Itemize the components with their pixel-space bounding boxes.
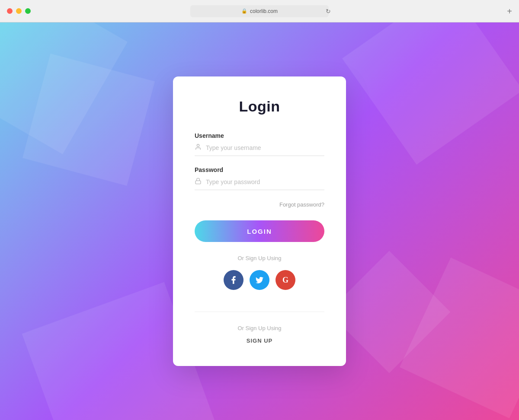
main-background: Login Username Password — [0, 22, 519, 420]
username-input-wrapper — [195, 143, 324, 156]
lock-icon — [195, 178, 202, 186]
close-button[interactable] — [7, 8, 13, 14]
signup-using-text: Or Sign Up Using — [195, 325, 324, 331]
username-label: Username — [195, 132, 324, 139]
social-buttons: G — [195, 270, 324, 290]
user-icon — [195, 143, 202, 152]
svg-rect-1 — [195, 181, 201, 184]
login-card: Login Username Password — [173, 76, 346, 366]
twitter-button[interactable] — [250, 270, 269, 290]
signup-link[interactable]: SIGN UP — [247, 337, 272, 344]
traffic-lights — [7, 8, 31, 14]
signup-section: Or Sign Up Using SIGN UP — [195, 312, 324, 344]
maximize-button[interactable] — [25, 8, 31, 14]
google-button[interactable]: G — [276, 270, 295, 290]
password-input-wrapper — [195, 178, 324, 190]
minimize-button[interactable] — [16, 8, 22, 14]
password-group: Password — [195, 166, 324, 190]
bg-shape-4 — [342, 22, 519, 165]
browser-chrome: 🔒 colorlib.com ↻ + — [0, 0, 519, 22]
username-group: Username — [195, 132, 324, 156]
google-icon-label: G — [282, 276, 288, 285]
forgot-password-link[interactable]: Forgot password? — [279, 201, 324, 208]
username-input[interactable] — [206, 144, 324, 151]
svg-point-0 — [197, 144, 199, 146]
or-sign-up-using-text: Or Sign Up Using — [195, 255, 324, 261]
lock-icon: 🔒 — [241, 8, 247, 14]
facebook-button[interactable] — [224, 270, 243, 290]
refresh-button[interactable]: ↻ — [326, 8, 331, 15]
url-text: colorlib.com — [250, 8, 278, 14]
login-button[interactable]: LOGIN — [195, 220, 324, 242]
page-title: Login — [195, 98, 324, 115]
new-tab-button[interactable]: + — [507, 7, 512, 16]
password-input[interactable] — [206, 178, 324, 185]
password-label: Password — [195, 166, 324, 173]
forgot-password-row: Forgot password? — [195, 200, 324, 208]
address-bar[interactable]: 🔒 colorlib.com — [190, 5, 329, 17]
